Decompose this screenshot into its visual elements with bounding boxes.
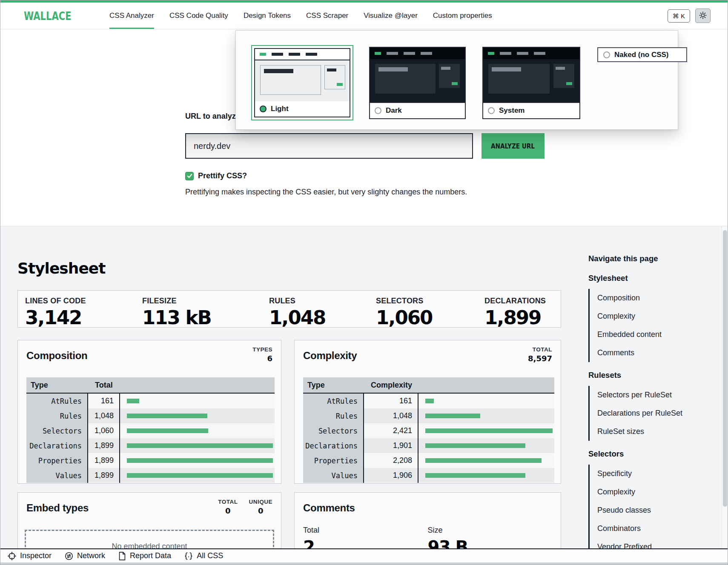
page-nav-item-complexity[interactable]: Complexity <box>597 483 695 501</box>
page-nav-items: Selectors per RuleSetDeclarations per Ru… <box>588 386 695 441</box>
page-nav-heading-stylesheet[interactable]: Stylesheet <box>588 274 695 283</box>
prettify-row: Prettify CSS? <box>185 171 247 180</box>
comments-total-label: Total <box>303 526 428 535</box>
stat-value: 1,899 <box>484 306 546 329</box>
theme-dark-label: Dark <box>386 106 402 115</box>
wallace-logo[interactable]: WALLACE <box>24 9 72 23</box>
radio-light[interactable] <box>260 106 267 112</box>
thumb-logo-pill <box>260 53 266 56</box>
row-type: Rules <box>303 408 364 423</box>
stat-value: 1,048 <box>269 306 325 329</box>
page-nav-item-selectors-per-ruleset[interactable]: Selectors per RuleSet <box>597 386 695 404</box>
column-header-value: Complexity <box>364 377 418 393</box>
theme-system-label: System <box>499 106 525 115</box>
stats-panel: LINES OF CODE3,142FILESIZE113 kBRULES1,0… <box>17 290 561 328</box>
theme-dark-thumbnail: Dark <box>370 48 465 118</box>
command-palette-button[interactable]: ⌘ K <box>668 9 690 23</box>
stat-value: 113 kB <box>142 306 211 329</box>
row-bar-cell <box>418 394 554 408</box>
nav-item-css-analyzer[interactable]: CSS Analyzer <box>109 3 154 29</box>
nav-item-custom-properties[interactable]: Custom properties <box>433 3 492 29</box>
page-nav-item-comments[interactable]: Comments <box>597 344 695 362</box>
table-row: Properties2,208 <box>303 453 554 468</box>
page-nav-heading-selectors[interactable]: Selectors <box>588 449 695 459</box>
scrollbar-thumb[interactable] <box>723 230 727 507</box>
row-bar-cell <box>418 408 554 423</box>
comments-size-label: Size <box>428 526 553 535</box>
value-bar <box>127 443 273 448</box>
row-type: Selectors <box>26 423 88 438</box>
row-value: 1,899 <box>88 468 120 483</box>
footer-item-inspector[interactable]: Inspector <box>7 551 52 561</box>
row-bar-cell <box>418 438 554 453</box>
radio-system[interactable] <box>488 107 495 114</box>
complexity-table: TypeComplexityAtRules161Rules1,048Select… <box>303 377 554 483</box>
footer-item-all-css[interactable]: All CSS <box>184 551 223 561</box>
stat-label: DECLARATIONS <box>484 297 546 305</box>
meta-value: 0 <box>218 506 238 515</box>
row-bar-cell <box>120 394 275 408</box>
theme-option-dark[interactable]: Dark <box>369 47 466 119</box>
prettify-description: Prettifying makes inspecting the CSS eas… <box>185 188 467 197</box>
results-section: Stylesheet LINES OF CODE3,142FILESIZE113… <box>0 226 728 565</box>
theme-toggle-button[interactable] <box>695 9 711 23</box>
page-nav-item-pseudo-classes[interactable]: Pseudo classes <box>597 501 695 519</box>
prettify-checkbox[interactable] <box>185 172 194 180</box>
value-bar <box>425 399 434 403</box>
page-nav-item-composition[interactable]: Composition <box>597 289 695 307</box>
row-type: Properties <box>26 453 88 468</box>
nav-item-css-scraper[interactable]: CSS Scraper <box>306 3 348 29</box>
footer-item-label: Inspector <box>20 551 52 560</box>
nav-item-design-tokens[interactable]: Design Tokens <box>244 3 291 29</box>
nav-item-css-code-quality[interactable]: CSS Code Quality <box>169 3 228 29</box>
row-type: Selectors <box>303 423 364 438</box>
footer-item-report-data[interactable]: Report Data <box>118 551 171 561</box>
table-row: Selectors1,060 <box>26 423 275 438</box>
stat-rules: RULES1,048 <box>269 297 325 329</box>
page-nav-item-combinators[interactable]: Combinators <box>597 519 695 538</box>
nav-item-visualize-layer[interactable]: Visualize @layer <box>364 3 418 29</box>
meta-label: TOTAL <box>528 346 552 353</box>
page-nav-heading-rulesets[interactable]: Rulesets <box>588 371 695 380</box>
table-row: Properties1,899 <box>26 453 275 468</box>
stat-label: LINES OF CODE <box>25 297 86 305</box>
composition-meta: TYPES6 <box>252 346 272 363</box>
page-nav-item-complexity[interactable]: Complexity <box>597 307 695 325</box>
navbar: WALLACE CSS AnalyzerCSS Code QualityDesi… <box>0 3 728 29</box>
footer-toolbar: InspectorNetworkReport DataAll CSS <box>0 548 728 562</box>
page-nav-item-embedded-content[interactable]: Embedded content <box>597 325 695 344</box>
row-value: 161 <box>88 394 120 408</box>
stat-declarations: DECLARATIONS1,899 <box>484 297 546 329</box>
radio-dark[interactable] <box>375 107 381 114</box>
table-row: Values1,899 <box>26 468 275 483</box>
column-header-bar <box>418 377 554 393</box>
theme-option-system[interactable]: System <box>482 47 580 119</box>
page-nav-item-declarations-per-ruleset[interactable]: Declarations per RuleSet <box>597 404 695 422</box>
footer-item-network[interactable]: Network <box>64 551 105 561</box>
composition-title: Composition <box>26 350 87 362</box>
value-bar <box>425 473 525 478</box>
complexity-panel: Complexity TOTAL8,597 TypeComplexityAtRu… <box>294 340 561 484</box>
meta-unique: UNIQUE0 <box>249 499 272 515</box>
theme-option-naked[interactable]: Naked (no CSS) <box>597 47 687 62</box>
row-bar-cell <box>418 468 554 483</box>
footer-item-label: All CSS <box>197 551 223 560</box>
column-header-type: Type <box>303 377 364 393</box>
column-header-bar <box>120 377 275 393</box>
radio-naked[interactable] <box>603 51 610 58</box>
complexity-title: Complexity <box>303 350 357 362</box>
table-row: Rules1,048 <box>26 408 275 423</box>
analyze-url-button[interactable]: ANALYZE URL <box>482 133 545 159</box>
scrollbar-track[interactable] <box>722 226 728 548</box>
row-bar-cell <box>120 468 275 483</box>
page-nav-item-specificity[interactable]: Specificity <box>597 465 695 483</box>
url-input[interactable] <box>185 133 473 159</box>
value-bar <box>127 399 139 403</box>
page-title: Stylesheet <box>17 260 105 277</box>
theme-light-thumbnail: Light <box>254 48 350 117</box>
page-nav-item-ruleset-sizes[interactable]: RuleSet sizes <box>597 422 695 441</box>
theme-option-light[interactable]: Light <box>251 45 353 120</box>
stat-selectors: SELECTORS1,060 <box>376 297 432 329</box>
table-header-row: TypeComplexity <box>303 377 554 394</box>
row-bar-cell <box>120 453 275 468</box>
